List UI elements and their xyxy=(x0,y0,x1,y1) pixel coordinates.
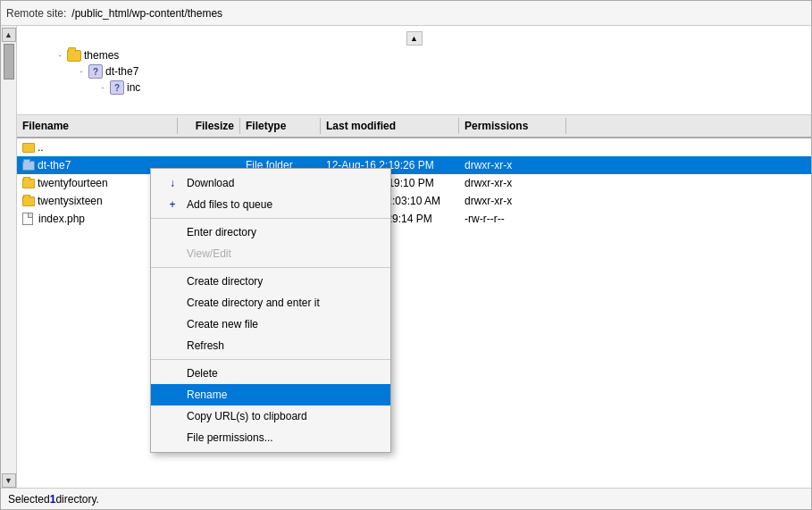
menu-label-delete: Delete xyxy=(187,367,218,380)
filename-label-twentysixteen: twentysixteen xyxy=(38,195,103,207)
file-icon-index-php xyxy=(22,213,33,225)
tree-area: ▲ - themes - ? dt-the7 - ? xyxy=(17,26,811,115)
menu-separator-1 xyxy=(151,218,390,219)
refresh-icon xyxy=(165,339,180,353)
menu-item-create-file[interactable]: Create new file xyxy=(151,314,390,335)
enter-dir-icon xyxy=(165,225,180,239)
file-cell-size-dt-the7 xyxy=(178,164,240,166)
file-row-twentysixteen[interactable]: twentysixteen File folder 07-May-16 12:0… xyxy=(17,192,811,210)
file-list-area: Filename Filesize Filetype Last modified… xyxy=(17,115,811,488)
menu-label-file-perms: File permissions... xyxy=(187,431,273,444)
scroll-thumb[interactable] xyxy=(4,44,14,79)
tree-expander-themes[interactable]: - xyxy=(53,48,67,63)
col-header-filename[interactable]: Filename xyxy=(17,118,178,134)
tree-expander-dt-the7[interactable]: - xyxy=(74,64,88,79)
status-bar: Selected 1 directory. xyxy=(1,488,811,509)
menu-label-view-edit: View/Edit xyxy=(187,247,231,260)
folder-icon-twentyfourteen xyxy=(22,179,35,188)
menu-item-create-directory[interactable]: Create directory xyxy=(151,271,390,292)
tree-item-dt-the7[interactable]: - ? dt-the7 xyxy=(17,63,811,79)
tree-item-inc[interactable]: - ? inc xyxy=(17,79,811,96)
main-panel: ▲ - themes - ? dt-the7 - ? xyxy=(17,26,811,488)
file-cell-type-dotdot xyxy=(240,146,321,148)
context-menu: ↓ Download + Add files to queue Enter di… xyxy=(150,168,391,453)
file-cell-perms-twentysixteen: drwxr-xr-x xyxy=(459,194,566,208)
content-area: ▲ ▼ ▲ - themes - ? xyxy=(1,26,811,488)
tree-label-themes: themes xyxy=(84,49,119,62)
tree-label-dt-the7: dt-the7 xyxy=(105,65,138,78)
remote-site-path: /public_html/wp-content/themes xyxy=(71,7,222,20)
question-icon-dt-the7: ? xyxy=(88,64,103,79)
menu-item-delete[interactable]: Delete xyxy=(151,363,390,384)
menu-item-refresh[interactable]: Refresh xyxy=(151,335,390,356)
col-header-permissions[interactable]: Permissions xyxy=(459,118,566,134)
download-icon: ↓ xyxy=(165,176,180,190)
folder-icon-twentysixteen xyxy=(22,196,35,206)
file-cell-perms-dotdot xyxy=(459,146,566,148)
menu-separator-3 xyxy=(151,359,390,360)
file-row-dt-the7[interactable]: dt-the7 File folder 12-Aug-16 2:19:26 PM… xyxy=(17,156,811,174)
file-cell-modified-dotdot xyxy=(321,146,459,148)
copy-url-icon xyxy=(165,409,180,423)
menu-separator-2 xyxy=(151,267,390,268)
tree-label-inc: inc xyxy=(127,81,140,94)
filename-label-index-php: index.php xyxy=(38,213,85,225)
remote-site-label: Remote site: xyxy=(6,7,66,20)
left-scroll-panel: ▲ ▼ xyxy=(1,26,17,488)
menu-label-copy-url: Copy URL(s) to clipboard xyxy=(187,410,307,422)
file-cell-perms-index-php: -rw-r--r-- xyxy=(459,212,566,226)
file-cell-name-dotdot: .. xyxy=(17,140,178,155)
file-list-header: Filename Filesize Filetype Last modified… xyxy=(17,115,811,138)
menu-label-enter-dir: Enter directory xyxy=(187,226,256,238)
status-text-after: directory. xyxy=(55,493,98,506)
menu-item-download[interactable]: ↓ Download xyxy=(151,172,390,194)
folder-icon-themes xyxy=(67,50,81,62)
filename-label-dt-the7: dt-the7 xyxy=(38,159,71,171)
menu-item-rename[interactable]: Rename xyxy=(151,384,390,405)
file-row-dotdot[interactable]: .. xyxy=(17,138,811,156)
question-icon-inc: ? xyxy=(110,80,124,95)
tree-expander-inc[interactable]: - xyxy=(96,80,110,95)
tree-nav-row: ▲ xyxy=(17,29,811,47)
rename-icon xyxy=(165,388,180,402)
menu-item-file-permissions[interactable]: File permissions... xyxy=(151,427,390,448)
file-cell-perms-twentyfourteen: drwxr-xr-x xyxy=(459,176,566,190)
dotdot-label: .. xyxy=(38,141,44,154)
menu-label-refresh: Refresh xyxy=(187,339,224,352)
menu-label-create-dir: Create directory xyxy=(187,275,263,288)
menu-label-create-dir-enter: Create directory and enter it xyxy=(187,297,320,309)
file-cell-size-dotdot xyxy=(178,146,240,148)
col-header-filesize[interactable]: Filesize xyxy=(178,118,240,134)
menu-item-create-directory-enter[interactable]: Create directory and enter it xyxy=(151,292,390,314)
col-header-filetype[interactable]: Filetype xyxy=(240,118,321,134)
tree-nav-up-button[interactable]: ▲ xyxy=(406,31,423,46)
view-edit-icon xyxy=(165,247,180,261)
create-dir-enter-icon xyxy=(165,296,180,310)
file-cell-perms-dt-the7: drwxr-xr-x xyxy=(459,158,566,172)
delete-icon xyxy=(165,366,180,380)
scroll-down-button[interactable]: ▼ xyxy=(2,473,16,488)
file-row-twentyfourteen[interactable]: twentyfourteen File folder 16-Aug-16 1:1… xyxy=(17,174,811,192)
status-text-before: Selected xyxy=(8,493,50,506)
main-container: Remote site: /public_html/wp-content/the… xyxy=(0,0,812,510)
menu-label-rename: Rename xyxy=(187,389,227,401)
remote-site-bar: Remote site: /public_html/wp-content/the… xyxy=(1,1,811,26)
scroll-up-button[interactable]: ▲ xyxy=(2,28,16,42)
create-dir-icon xyxy=(165,274,180,288)
dotdot-icon xyxy=(22,143,35,153)
menu-item-copy-url[interactable]: Copy URL(s) to clipboard xyxy=(151,405,390,427)
file-row-index-php[interactable]: index.php 28 PHP File 05-Jun-14 9:29:14 … xyxy=(17,210,811,228)
status-count: 1 xyxy=(50,493,56,506)
folder-icon-dt-the7 xyxy=(22,161,35,171)
menu-item-view-edit: View/Edit xyxy=(151,243,390,264)
tree-item-themes[interactable]: - themes xyxy=(17,47,811,63)
create-file-icon xyxy=(165,317,180,331)
file-perms-icon xyxy=(165,431,180,445)
menu-label-add-files: Add files to queue xyxy=(187,198,272,211)
file-list-body: .. dt-the7 File folde xyxy=(17,138,811,488)
col-header-last-modified[interactable]: Last modified xyxy=(321,118,459,134)
filename-label-twentyfourteen: twentyfourteen xyxy=(38,177,108,189)
menu-label-download: Download xyxy=(187,177,234,189)
menu-item-enter-directory[interactable]: Enter directory xyxy=(151,222,390,243)
menu-item-add-files[interactable]: + Add files to queue xyxy=(151,194,390,215)
